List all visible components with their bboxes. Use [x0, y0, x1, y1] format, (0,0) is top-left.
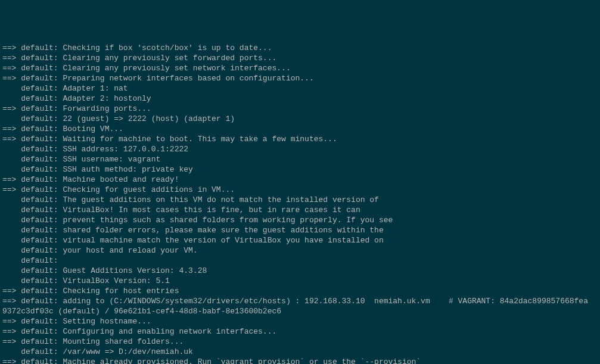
- terminal-line: ==> default: Forwarding ports...: [2, 104, 598, 114]
- terminal-line: default: SSH address: 127.0.0.1:2222: [2, 144, 598, 154]
- terminal-line: default: Adapter 2: hostonly: [2, 94, 598, 104]
- terminal-line: ==> default: Booting VM...: [2, 124, 598, 134]
- terminal-line: default: VirtualBox Version: 5.1: [2, 276, 598, 286]
- terminal-line: default:: [2, 256, 598, 266]
- terminal-line: default: prevent things such as shared f…: [2, 215, 598, 225]
- terminal-line: default: /var/www => D:/dev/nemiah.uk: [2, 347, 598, 357]
- terminal-line: default: SSH username: vagrant: [2, 154, 598, 164]
- terminal-line: ==> default: Waiting for machine to boot…: [2, 134, 598, 144]
- terminal-output: ==> default: Checking if box 'scotch/box…: [2, 43, 598, 364]
- terminal-line: default: The guest additions on this VM …: [2, 195, 598, 205]
- terminal-line: ==> default: Machine already provisioned…: [2, 357, 598, 364]
- terminal-line: ==> default: Checking for guest addition…: [2, 185, 598, 195]
- terminal-line: ==> default: Checking for host entries: [2, 286, 598, 296]
- terminal-line: 9372c3df03c (default) / 96e621b1-cef4-48…: [2, 306, 598, 316]
- terminal-line: ==> default: Setting hostname...: [2, 316, 598, 326]
- terminal-line: default: shared folder errors, please ma…: [2, 225, 598, 235]
- terminal-line: default: SSH auth method: private key: [2, 164, 598, 175]
- terminal-line: ==> default: Mounting shared folders...: [2, 337, 598, 347]
- terminal-line: default: your host and reload your VM.: [2, 245, 598, 256]
- terminal-line: ==> default: Clearing any previously set…: [2, 53, 598, 63]
- terminal-line: default: Adapter 1: nat: [2, 83, 598, 94]
- terminal-line: ==> default: Machine booted and ready!: [2, 175, 598, 185]
- terminal-line: ==> default: Checking if box 'scotch/box…: [2, 43, 598, 53]
- terminal-line: ==> default: Preparing network interface…: [2, 73, 598, 83]
- terminal-line: default: 22 (guest) => 2222 (host) (adap…: [2, 114, 598, 124]
- terminal-line: ==> default: adding to (C:/WINDOWS/syste…: [2, 296, 598, 306]
- terminal-line: ==> default: Configuring and enabling ne…: [2, 326, 598, 337]
- terminal-line: default: VirtualBox! In most cases this …: [2, 205, 598, 215]
- terminal-line: default: virtual machine match the versi…: [2, 235, 598, 245]
- terminal-line: ==> default: Clearing any previously set…: [2, 63, 598, 73]
- terminal-line: default: Guest Additions Version: 4.3.28: [2, 266, 598, 276]
